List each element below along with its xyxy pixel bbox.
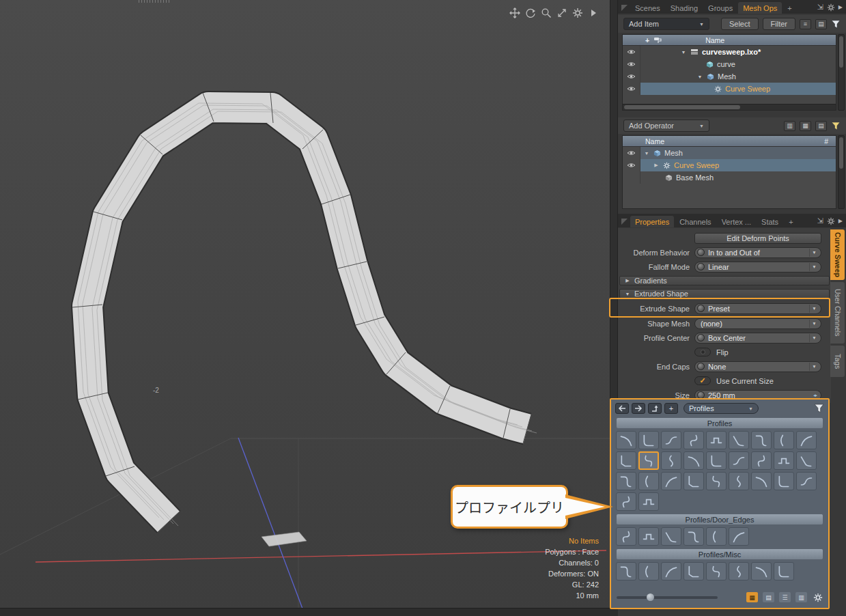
name-column-header[interactable]: Name — [645, 137, 664, 145]
profile-preset-thumb[interactable] — [796, 431, 817, 449]
visibility-eye-icon[interactable] — [623, 70, 640, 83]
paint-roller-icon[interactable] — [653, 37, 662, 44]
view-mode-thumbnails-icon[interactable]: ▦ — [746, 592, 758, 602]
profile-preset-thumb[interactable] — [616, 492, 636, 511]
profile-preset-thumb[interactable] — [683, 431, 704, 449]
up-directory-button[interactable] — [648, 403, 662, 414]
profile-preset-thumb[interactable] — [661, 472, 681, 490]
rotate-view-icon[interactable] — [525, 8, 536, 18]
shape-mesh-dropdown[interactable]: (none) ▼ — [694, 318, 821, 329]
profile-preset-thumb[interactable] — [616, 527, 636, 546]
name-column-header[interactable]: Name — [705, 36, 724, 44]
slider-knob[interactable] — [647, 593, 654, 601]
operator-list-header[interactable]: Name # — [623, 136, 836, 147]
end-caps-dropdown[interactable]: None ▼ — [694, 361, 821, 372]
falloff-mode-dropdown[interactable]: Linear ▼ — [694, 262, 821, 272]
profile-preset-thumb[interactable] — [706, 451, 727, 470]
profile-preset-thumb[interactable] — [729, 451, 749, 470]
tab-channels[interactable]: Channels — [675, 216, 716, 227]
profile-preset-thumb[interactable] — [751, 431, 772, 449]
view-mode-detail-icon[interactable]: ▥ — [795, 592, 807, 602]
side-tab-user-channels[interactable]: User Channels — [830, 282, 845, 344]
profile-preset-thumb[interactable] — [661, 451, 681, 470]
select-button[interactable]: Select — [721, 18, 759, 30]
filter-funnel-icon[interactable] — [831, 20, 841, 29]
forward-arrow-button[interactable] — [632, 403, 645, 414]
profile-preset-thumb[interactable] — [729, 472, 749, 490]
profile-preset-thumb[interactable] — [751, 562, 772, 580]
profile-preset-thumb[interactable] — [774, 431, 794, 449]
operator-list-vscrollbar[interactable] — [838, 135, 845, 209]
profile-preset-thumb[interactable] — [683, 451, 704, 470]
visibility-eye-icon[interactable] — [623, 46, 640, 58]
profile-preset-thumb[interactable] — [706, 562, 727, 580]
panel-corner-icon[interactable] — [621, 219, 628, 225]
item-label[interactable]: Mesh — [718, 72, 736, 81]
flip-checkbox[interactable] — [694, 348, 711, 356]
zoom-icon[interactable] — [541, 8, 552, 18]
preset-section-header[interactable]: Profiles — [617, 418, 823, 428]
profile-preset-thumb[interactable] — [683, 562, 704, 580]
item-row-selected[interactable]: Curve Sweep — [623, 83, 836, 95]
visibility-eye-icon[interactable] — [623, 58, 640, 70]
profile-preset-thumb[interactable] — [638, 562, 659, 580]
chevron-down-icon[interactable]: ▼ — [696, 74, 703, 79]
item-list-header[interactable]: + Name — [623, 35, 836, 46]
profile-preset-thumb[interactable] — [661, 431, 681, 449]
profile-preset-thumb[interactable] — [638, 472, 659, 490]
edit-deform-points-button[interactable]: Edit Deform Points — [694, 233, 821, 244]
operator-filter-funnel-icon[interactable] — [831, 122, 841, 130]
view-mode-small-icon[interactable]: ▤ — [763, 592, 774, 602]
add-tab-button[interactable]: + — [784, 216, 798, 227]
add-operator-button[interactable]: Add Operator ▼ — [623, 120, 709, 132]
list-style-icon[interactable]: ▤ — [815, 19, 827, 29]
filter-button[interactable]: Filter — [763, 18, 795, 30]
preset-filter-funnel-icon[interactable] — [814, 404, 824, 413]
view-mode-list-icon[interactable]: ☰ — [779, 592, 791, 602]
operator-label[interactable]: Curve Sweep — [674, 161, 719, 169]
preset-path-dropdown[interactable]: Profiles ▼ — [683, 403, 759, 414]
profile-preset-thumb[interactable] — [616, 472, 636, 490]
expand-panel-icon[interactable]: ⇲ — [817, 3, 823, 12]
side-tab-tags[interactable]: Tags — [830, 346, 845, 377]
profile-preset-thumb[interactable] — [774, 562, 794, 580]
operator-row[interactable]: Base Mesh — [623, 171, 836, 184]
profile-preset-thumb[interactable] — [616, 562, 636, 580]
tab-vertex[interactable]: Vertex ... — [717, 216, 756, 227]
side-tab-curve-sweep[interactable]: Curve Sweep — [830, 229, 845, 280]
preset-options-gear-icon[interactable] — [813, 593, 823, 602]
item-label[interactable]: curve — [717, 60, 735, 68]
tab-properties[interactable]: Properties — [630, 216, 674, 227]
use-current-size-checkbox[interactable]: ✓ — [694, 376, 711, 385]
profile-preset-thumb[interactable] — [638, 492, 659, 511]
item-list-vscrollbar[interactable] — [838, 34, 845, 111]
item-row[interactable]: curve — [623, 58, 836, 70]
tab-groups[interactable]: Groups — [703, 2, 737, 14]
profile-preset-thumb[interactable] — [729, 527, 749, 546]
item-label[interactable]: Curve Sweep — [725, 85, 770, 93]
extruded-shape-section-header[interactable]: ▼ Extruded Shape — [619, 289, 830, 298]
viewport-menu-arrow-icon[interactable] — [588, 8, 599, 18]
profile-preset-thumb[interactable] — [706, 472, 727, 490]
operator-row-selected[interactable]: ▶ Curve Sweep — [623, 159, 836, 171]
viewport-options-gear-icon[interactable] — [572, 8, 583, 18]
panel-corner-icon[interactable] — [621, 5, 628, 11]
profile-preset-thumb[interactable] — [661, 562, 681, 580]
profile-preset-thumb[interactable] — [751, 472, 772, 490]
preset-section-header[interactable]: Profiles/Misc — [617, 549, 823, 559]
count-column-header[interactable]: # — [824, 137, 832, 145]
add-column-icon[interactable]: + — [645, 36, 649, 44]
tab-scenes[interactable]: Scenes — [630, 2, 665, 14]
scene-item-label[interactable]: curvesweep.lxo* — [702, 48, 761, 56]
visibility-eye-icon[interactable] — [623, 83, 640, 95]
chevron-down-icon[interactable]: ▼ — [643, 151, 650, 156]
profile-preset-thumb[interactable] — [729, 431, 749, 449]
profile-preset-thumb[interactable] — [796, 451, 817, 470]
gradients-section-header[interactable]: ▶ Gradients — [619, 276, 830, 285]
profile-preset-thumb[interactable] — [751, 451, 772, 470]
solo-view-icon[interactable]: ▥ — [784, 121, 795, 131]
expand-panel-icon[interactable]: ⇲ — [817, 216, 823, 225]
visibility-eye-icon[interactable] — [623, 159, 640, 171]
visibility-eye-icon[interactable] — [623, 147, 640, 159]
item-row[interactable]: ▼ Mesh — [623, 70, 836, 83]
